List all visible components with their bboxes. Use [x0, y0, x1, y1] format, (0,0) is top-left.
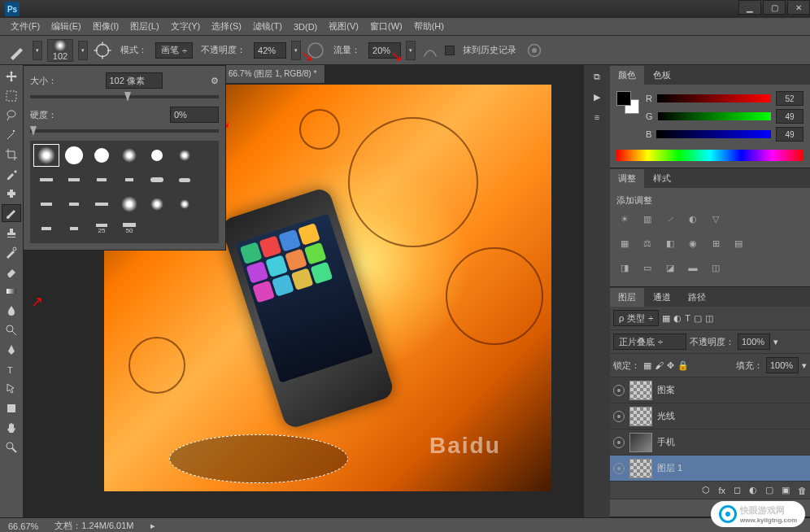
pen-tool[interactable] — [2, 341, 21, 359]
minimize-button[interactable]: ▁ — [738, 0, 761, 15]
brush-preset[interactable] — [172, 168, 198, 191]
marquee-tool[interactable] — [2, 87, 21, 105]
visibility-icon[interactable] — [613, 411, 625, 422]
brush-preset[interactable] — [61, 193, 87, 216]
filter-type-select[interactable]: ρ类型÷ — [613, 310, 659, 326]
mask-icon[interactable]: ◻ — [734, 485, 741, 495]
new-layer-icon[interactable]: ▣ — [782, 485, 790, 495]
fx-icon[interactable]: fx — [718, 486, 725, 495]
brush-size-input[interactable]: 102 像素 — [106, 72, 163, 89]
brush-preset[interactable]: 50 — [116, 217, 142, 240]
exposure-icon[interactable]: ◐ — [685, 211, 701, 226]
brush-preset[interactable] — [89, 168, 115, 191]
brush-preset[interactable] — [172, 193, 198, 216]
size-slider[interactable] — [30, 95, 219, 98]
menu-3d[interactable]: 3D(D) — [288, 20, 323, 34]
r-slider[interactable] — [657, 94, 771, 102]
history-checkbox[interactable] — [445, 46, 455, 55]
visibility-icon[interactable] — [613, 437, 625, 448]
menu-image[interactable]: 图像(I) — [87, 18, 124, 35]
filter-smart-icon[interactable]: ◫ — [705, 313, 713, 324]
menu-filter[interactable]: 滤镜(T) — [247, 18, 288, 35]
visibility-icon[interactable] — [613, 463, 625, 474]
crop-tool[interactable] — [2, 146, 21, 164]
heal-tool[interactable] — [2, 185, 21, 203]
adjustments-tab[interactable]: 调整 — [610, 169, 644, 188]
pressure-size-icon[interactable] — [525, 41, 544, 60]
mode-select[interactable]: 画笔÷ — [155, 42, 193, 59]
menu-edit[interactable]: 编辑(E) — [46, 18, 87, 35]
filter-adjust-icon[interactable]: ◐ — [673, 313, 682, 324]
menu-view[interactable]: 视图(V) — [323, 18, 364, 35]
selective-icon[interactable]: ◫ — [708, 260, 724, 275]
menu-help[interactable]: 帮助(H) — [408, 18, 450, 35]
zoom-level[interactable]: 66.67% — [8, 521, 38, 531]
history-panel-icon[interactable]: ⧉ — [594, 72, 600, 82]
curves-icon[interactable]: ⟋ — [662, 211, 678, 226]
filter-type-icon[interactable]: T — [685, 313, 690, 323]
history-brush-tool[interactable] — [2, 243, 21, 261]
vibrance-icon[interactable]: ▽ — [708, 211, 724, 226]
lookup-icon[interactable]: ▤ — [730, 236, 747, 251]
dodge-tool[interactable] — [2, 321, 21, 339]
b-slider[interactable] — [656, 130, 771, 138]
blend-mode-select[interactable]: 正片叠底÷ — [613, 334, 686, 350]
brush-preset[interactable] — [144, 144, 170, 167]
lasso-tool[interactable] — [2, 107, 21, 124]
fill-input[interactable]: 100% — [766, 357, 799, 373]
balance-icon[interactable]: ⚖ — [639, 236, 655, 251]
brush-preset[interactable] — [61, 168, 87, 191]
pressure-opacity-icon[interactable] — [306, 41, 325, 60]
bw-icon[interactable]: ◧ — [662, 236, 678, 251]
channels-tab[interactable]: 通道 — [645, 288, 679, 307]
eyedropper-tool[interactable] — [2, 165, 21, 183]
delete-layer-icon[interactable]: 🗑 — [798, 486, 807, 495]
r-input[interactable]: 52 — [776, 91, 803, 106]
adjustment-layer-icon[interactable]: ◐ — [749, 485, 757, 495]
menu-type[interactable]: 文字(Y) — [165, 18, 207, 35]
layer-row[interactable]: 光线 — [610, 403, 810, 430]
brush-tool-icon[interactable] — [8, 41, 28, 60]
layer-row[interactable]: 图层 1 — [610, 456, 810, 482]
brush-preset[interactable]: 25 — [89, 217, 115, 240]
color-tab[interactable]: 颜色 — [610, 66, 644, 85]
posterize-icon[interactable]: ▭ — [639, 260, 655, 275]
move-tool[interactable] — [2, 68, 21, 85]
brush-preset-dropdown[interactable]: ▾ — [78, 41, 88, 60]
document-tab[interactable]: @ 66.7% (图层 1, RGB/8) * — [210, 65, 325, 83]
b-input[interactable]: 49 — [776, 127, 803, 142]
flow-input[interactable]: 20% — [368, 42, 401, 59]
brush-tool[interactable] — [2, 204, 21, 222]
group-icon[interactable]: ▢ — [765, 485, 773, 495]
blur-tool[interactable] — [2, 302, 21, 320]
menu-file[interactable]: 文件(F) — [5, 18, 46, 35]
airbrush-icon[interactable] — [420, 41, 440, 60]
brightness-icon[interactable]: ☀ — [616, 211, 633, 226]
brush-preset[interactable] — [33, 217, 59, 240]
brush-preset[interactable] — [33, 168, 59, 191]
stamp-tool[interactable] — [2, 224, 21, 242]
menu-select[interactable]: 选择(S) — [206, 18, 247, 35]
close-button[interactable]: ✕ — [787, 0, 810, 15]
gradient-map-icon[interactable]: ▬ — [685, 260, 701, 275]
brush-settings-icon[interactable] — [93, 41, 112, 60]
lock-trans-icon[interactable]: ▦ — [643, 360, 651, 371]
brush-size-preview[interactable]: 102 — [47, 39, 73, 62]
layer-row[interactable]: 图案 — [610, 377, 810, 403]
tool-preset-dropdown[interactable]: ▾ — [33, 41, 42, 60]
brush-preset[interactable] — [33, 193, 59, 216]
hue-icon[interactable]: ▦ — [616, 236, 633, 251]
brush-preset[interactable] — [89, 144, 115, 167]
filter-pixel-icon[interactable]: ▦ — [662, 313, 670, 324]
layers-tab[interactable]: 图层 — [610, 288, 644, 307]
actions-panel-icon[interactable]: ▶ — [594, 92, 600, 102]
levels-icon[interactable]: ▥ — [639, 211, 655, 226]
brush-preset[interactable] — [172, 144, 198, 167]
gear-icon[interactable]: ⚙ — [211, 76, 219, 86]
brush-preset[interactable] — [89, 193, 115, 216]
spectrum-bar[interactable] — [616, 150, 803, 161]
filter-shape-icon[interactable]: ▢ — [694, 313, 702, 324]
flow-dropdown[interactable]: ▾ — [406, 41, 416, 60]
lock-pixel-icon[interactable]: 🖌 — [655, 360, 664, 370]
opacity-input[interactable]: 42% — [254, 42, 286, 59]
